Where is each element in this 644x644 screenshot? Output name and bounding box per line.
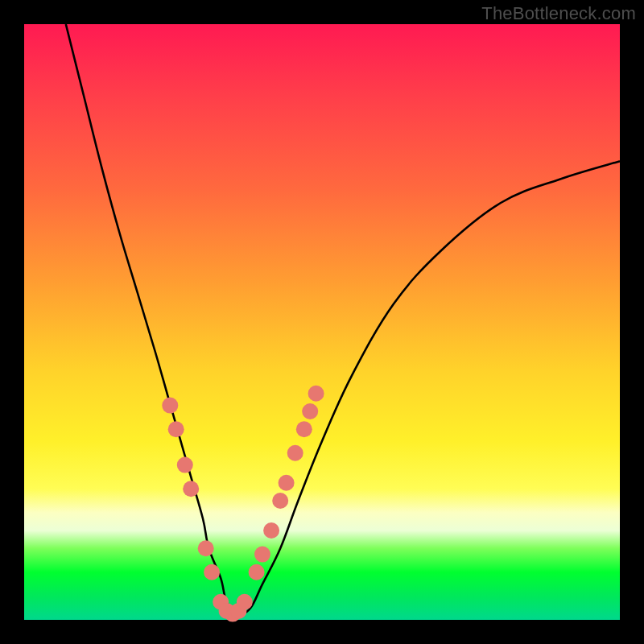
highlight-dots — [162, 386, 324, 622]
bottleneck-curve — [66, 24, 620, 614]
highlight-dot — [183, 481, 199, 497]
highlight-dot — [287, 445, 303, 461]
highlight-dot — [249, 564, 265, 580]
plot-area — [24, 24, 620, 620]
highlight-dot — [162, 398, 178, 414]
highlight-dot — [254, 547, 270, 563]
bottleneck-curve-path — [66, 24, 620, 614]
curve-svg — [24, 24, 620, 620]
highlight-dot — [279, 475, 295, 491]
highlight-dot — [177, 457, 193, 473]
highlight-dot — [237, 594, 253, 610]
chart-frame: TheBottleneck.com — [0, 0, 644, 644]
watermark-text: TheBottleneck.com — [481, 3, 636, 24]
highlight-dot — [272, 493, 288, 509]
highlight-dot — [308, 386, 324, 402]
highlight-dot — [296, 421, 312, 437]
highlight-dot — [302, 403, 318, 419]
highlight-dot — [198, 540, 214, 556]
highlight-dot — [263, 522, 279, 539]
highlight-dot — [204, 564, 220, 580]
highlight-dot — [168, 421, 184, 437]
